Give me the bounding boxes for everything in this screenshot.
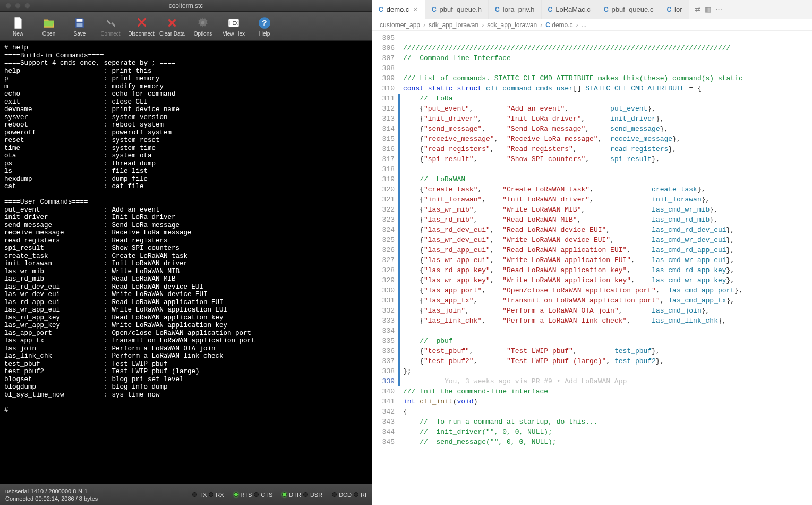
tab-label: pbuf_queue.c bbox=[612, 5, 654, 13]
tab-pbuf_queue-c[interactable]: Cpbuf_queue.c bbox=[597, 0, 660, 19]
code-line[interactable]: ////////////////////////////////////////… bbox=[403, 43, 812, 53]
code-line[interactable]: /// List of commands. STATIC_CLI_CMD_ATT… bbox=[403, 73, 812, 83]
breadcrumb-item[interactable]: C demo.c bbox=[545, 21, 572, 29]
code-line[interactable]: {"las_rd_dev_eui", "Read LoRaWAN device … bbox=[403, 225, 812, 235]
help-button[interactable]: ?Help bbox=[250, 13, 279, 39]
led-dot-icon bbox=[282, 492, 287, 497]
code-line[interactable]: // init_driver("", 0, 0, NULL); bbox=[403, 427, 812, 437]
code-line[interactable]: {"las_wr_dev_eui", "Write LoRaWAN device… bbox=[403, 235, 812, 245]
code-line[interactable]: {"las_wr_mib", "Write LoRaWAN MIB", las_… bbox=[403, 205, 812, 215]
titlebar[interactable]: coolterm.stc bbox=[0, 0, 372, 12]
code-line[interactable]: {"las_app_port", "Open/close LoRaWAN app… bbox=[403, 285, 812, 296]
options-button[interactable]: Options bbox=[188, 13, 218, 39]
code-line[interactable]: {"las_rd_app_eui", "Read LoRaWAN applica… bbox=[403, 245, 812, 255]
vscode-editor: Cdemo.c×Cpbuf_queue.hClora_priv.hCLoRaMa… bbox=[372, 0, 812, 505]
svg-rect-0 bbox=[77, 19, 83, 21]
code-line[interactable]: {"las_app_tx", "Transmit on LoRaWAN appl… bbox=[403, 296, 812, 306]
line-number: 310 bbox=[372, 83, 395, 94]
code-line[interactable]: {"las_join", "Perform a LoRaWAN OTA join… bbox=[403, 306, 812, 316]
toolbar-label: View Hex bbox=[223, 31, 245, 37]
viewhex-button[interactable]: HEXView Hex bbox=[219, 13, 249, 39]
code-line[interactable]: // Command Line Interface bbox=[403, 53, 812, 63]
breadcrumb-item[interactable]: customer_app bbox=[380, 21, 420, 29]
line-number: 305 bbox=[372, 33, 395, 43]
code-line[interactable]: const static struct cli_command cmds_use… bbox=[403, 83, 812, 94]
tab-lor[interactable]: Clor bbox=[660, 0, 689, 19]
code-line[interactable]: // LoRa bbox=[403, 94, 812, 104]
code-line[interactable]: {"las_link_chk", "Perform a LoRaWAN link… bbox=[403, 316, 812, 326]
code-line[interactable]: // LoRaWAN bbox=[403, 174, 812, 184]
code-line[interactable]: You, 3 weeks ago via PR #9 • Add LoRaWAN… bbox=[403, 376, 812, 386]
breadcrumb-item[interactable]: sdk_app_lorawan bbox=[429, 21, 478, 29]
led-dot-icon bbox=[209, 492, 213, 497]
clear-button[interactable]: Clear Data bbox=[157, 13, 187, 39]
tab-pbuf_queue-h[interactable]: Cpbuf_queue.h bbox=[425, 0, 489, 19]
code-line[interactable]: {"receive_message", "Receive LoRa messag… bbox=[403, 134, 812, 144]
code-line[interactable]: {"las_rd_app_key", "Read LoRaWAN applica… bbox=[403, 265, 812, 275]
code-line[interactable]: { bbox=[403, 407, 812, 417]
split-icon[interactable]: ▥ bbox=[705, 5, 711, 13]
svg-rect-1 bbox=[77, 23, 83, 27]
more-icon[interactable]: ⋯ bbox=[715, 5, 722, 13]
line-number: 343 bbox=[372, 417, 395, 427]
led-dot-icon bbox=[303, 492, 308, 497]
led-dot-icon bbox=[332, 492, 337, 497]
tabbar: Cdemo.c×Cpbuf_queue.hClora_priv.hCLoRaMa… bbox=[372, 0, 812, 19]
code[interactable]: ////////////////////////////////////////… bbox=[400, 31, 812, 505]
svg-text:?: ? bbox=[262, 18, 267, 27]
code-line[interactable] bbox=[403, 63, 812, 73]
disconnect-icon bbox=[134, 16, 149, 30]
line-number: 330 bbox=[372, 285, 395, 296]
disconnect-button[interactable]: Disconnect bbox=[126, 13, 156, 39]
code-line[interactable]: // To run a command at startup, do this.… bbox=[403, 417, 812, 427]
line-number: 320 bbox=[372, 184, 395, 195]
code-line[interactable] bbox=[403, 326, 812, 336]
lang-badge: C bbox=[604, 6, 609, 13]
breadcrumb-item[interactable]: ... bbox=[582, 21, 587, 29]
code-line[interactable]: /// Init the command-line interface bbox=[403, 386, 812, 397]
code-line[interactable] bbox=[403, 164, 812, 174]
code-line[interactable]: {"spi_result", "Show SPI counters", spi_… bbox=[403, 154, 812, 164]
breadcrumbs[interactable]: customer_app›sdk_app_lorawan›sdk_app_lor… bbox=[372, 19, 812, 31]
code-line[interactable]: // send_message("", 0, 0, NULL); bbox=[403, 437, 812, 447]
led-rts: RTS bbox=[234, 492, 252, 498]
line-number: 313 bbox=[372, 114, 395, 124]
tab-label: LoRaMac.c bbox=[555, 5, 591, 13]
connect-button: Connect bbox=[96, 13, 125, 39]
code-line[interactable]: {"las_rd_mib", "Read LoRaWAN MIB", las_c… bbox=[403, 215, 812, 225]
code-line[interactable]: int cli_init(void) bbox=[403, 397, 812, 407]
code-line[interactable]: {"init_lorawan", "Init LoRaWAN driver", … bbox=[403, 195, 812, 205]
terminal-output[interactable]: # help ====Build-in Commands==== ====Sup… bbox=[0, 41, 372, 484]
tab-demo-c[interactable]: Cdemo.c× bbox=[372, 0, 425, 19]
lang-badge: C bbox=[548, 6, 553, 13]
line-number: 324 bbox=[372, 225, 395, 235]
tab-lora_priv-h[interactable]: Clora_priv.h bbox=[489, 0, 541, 19]
code-line[interactable]: {"test_pbuf", "Test LWIP pbuf", test_pbu… bbox=[403, 346, 812, 356]
open-button[interactable]: Open bbox=[34, 13, 64, 39]
lang-badge: C bbox=[495, 6, 500, 13]
code-line[interactable]: {"read_registers", "Read registers", rea… bbox=[403, 144, 812, 154]
statusbar: usbserial-1410 / 2000000 8-N-1 Connected… bbox=[0, 484, 372, 505]
compare-icon[interactable]: ⇄ bbox=[695, 5, 700, 13]
code-line[interactable]: {"create_task", "Create LoRaWAN task", c… bbox=[403, 184, 812, 195]
save-button[interactable]: Save bbox=[65, 13, 95, 39]
code-line[interactable]: // pbuf bbox=[403, 336, 812, 346]
tab-LoRaMac-c[interactable]: CLoRaMac.c bbox=[542, 0, 597, 19]
toolbar-label: Save bbox=[74, 31, 86, 37]
code-line[interactable]: }; bbox=[403, 366, 812, 376]
close-icon[interactable]: × bbox=[412, 5, 418, 13]
code-line[interactable]: {"put_event", "Add an event", put_event}… bbox=[403, 104, 812, 114]
code-line[interactable] bbox=[403, 33, 812, 43]
code-line[interactable]: {"init_driver", "Init LoRa driver", init… bbox=[403, 114, 812, 124]
code-line[interactable]: {"test_pbuf2", "Test LWIP pbuf (large)",… bbox=[403, 356, 812, 366]
line-number: 316 bbox=[372, 144, 395, 154]
line-number: 311 bbox=[372, 94, 395, 104]
breadcrumb-item[interactable]: sdk_app_lorawan bbox=[487, 21, 537, 29]
led-dtr: DTR bbox=[282, 492, 301, 498]
code-line[interactable]: {"send_message", "Send LoRa message", se… bbox=[403, 124, 812, 134]
new-button[interactable]: New bbox=[3, 13, 33, 39]
help-icon: ? bbox=[257, 16, 272, 30]
code-line[interactable]: {"las_wr_app_key", "Write LoRaWAN applic… bbox=[403, 275, 812, 285]
code-line[interactable]: {"las_wr_app_eui", "Write LoRaWAN applic… bbox=[403, 255, 812, 265]
editor-area[interactable]: 3053063073083093103113123133143153163173… bbox=[372, 31, 812, 505]
